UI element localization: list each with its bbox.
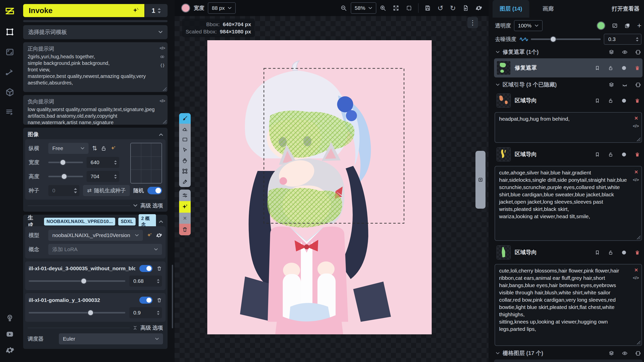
inpaint-mask-layer-row[interactable]: 修复遮罩 xyxy=(494,58,642,77)
frame-icon[interactable] xyxy=(635,350,641,356)
denoise-slider[interactable] xyxy=(531,36,601,42)
model-sparkle-icon[interactable] xyxy=(146,232,152,238)
resize-handle[interactable] xyxy=(163,87,167,91)
save-icon[interactable] xyxy=(424,5,431,11)
layers-icon[interactable] xyxy=(609,350,614,356)
lora-weight-slider[interactable] xyxy=(29,310,125,316)
fit-bbox-icon[interactable] xyxy=(406,5,412,11)
layer-color-dot[interactable] xyxy=(621,98,627,103)
trash-icon[interactable] xyxy=(635,250,640,255)
delete-prompt-icon[interactable]: × xyxy=(634,266,638,274)
regional-prompt-input[interactable]: cute,loli,cherry blossoms,hair flower,pi… xyxy=(499,267,628,333)
frame-icon[interactable] xyxy=(635,49,641,55)
move-tool[interactable] xyxy=(179,145,191,155)
raster-layers-section-header[interactable]: 栅格图层 (17 个) xyxy=(493,349,644,357)
delete-prompt-icon[interactable]: × xyxy=(634,115,638,122)
lock-icon[interactable] xyxy=(608,65,613,71)
swap-dimensions-icon[interactable]: ⇅ xyxy=(92,145,97,152)
image-section-header[interactable]: 图像 xyxy=(25,130,166,139)
randomize-seed-button[interactable]: ⇄ 随机生成种子 xyxy=(83,185,130,196)
regional-layer-row[interactable]: 区域导向 xyxy=(494,145,642,164)
lora-weight-input[interactable]: 0.68 xyxy=(129,276,162,287)
bookmark-icon[interactable] xyxy=(595,65,600,71)
panel-scrollbar[interactable] xyxy=(172,265,173,328)
tab-gallery[interactable]: 画廊 xyxy=(529,0,567,18)
trash-icon[interactable] xyxy=(635,98,640,103)
invoke-button[interactable]: Invoke xyxy=(23,4,144,17)
inpaint-mask-section-header[interactable]: 修复遮罩 (1个) xyxy=(493,48,644,56)
filter-settings-tool[interactable] xyxy=(179,190,191,201)
color-picker-tool[interactable] xyxy=(179,176,191,187)
aspect-select[interactable]: Free xyxy=(48,143,89,154)
video-tutorials-icon[interactable] xyxy=(6,330,14,338)
optimize-size-sparkle-icon[interactable] xyxy=(110,145,116,151)
lora-weight-input[interactable]: 0.9 xyxy=(129,307,162,318)
rectangle-tool[interactable] xyxy=(179,134,191,145)
settings-gear-icon[interactable] xyxy=(6,346,14,354)
lora-enabled-toggle[interactable] xyxy=(139,265,152,272)
brush-width-select[interactable]: 88 px xyxy=(208,2,236,14)
regional-prompt-input[interactable]: cute,ahoge,silver hair,blue hair,gradien… xyxy=(499,169,628,220)
prompt-template-selector[interactable]: 选择提示词模板 xyxy=(23,25,168,39)
canvas-menu-button[interactable]: ⋮ xyxy=(467,17,478,28)
seed-input[interactable]: 0 xyxy=(48,185,79,196)
redo-icon[interactable]: ↻ xyxy=(450,4,456,12)
resize-handle[interactable] xyxy=(636,137,640,141)
eye-closed-icon[interactable] xyxy=(622,82,628,88)
lora-weight-slider[interactable] xyxy=(29,278,125,284)
delete-layer-tool[interactable] xyxy=(179,224,191,235)
tab-layers[interactable]: 图层 (14) xyxy=(493,0,529,18)
width-input[interactable]: 640 xyxy=(87,157,119,168)
mask-color-swatch[interactable] xyxy=(597,21,605,30)
model-settings-gear-icon[interactable] xyxy=(156,232,162,238)
fit-to-view-icon[interactable] xyxy=(393,5,399,11)
frame-icon[interactable] xyxy=(635,82,641,88)
duplicate-layer-icon[interactable] xyxy=(624,23,630,29)
count-steppers[interactable] xyxy=(158,8,161,13)
lock-aspect-icon[interactable] xyxy=(101,145,107,151)
trash-icon[interactable] xyxy=(156,266,162,271)
generation-advanced-row[interactable]: 高级 选项 xyxy=(25,322,166,332)
lora-enabled-toggle[interactable] xyxy=(139,297,152,304)
trash-icon[interactable] xyxy=(635,152,640,157)
bbox-tool[interactable] xyxy=(179,166,191,176)
sidebar-item-models[interactable] xyxy=(5,87,15,97)
eye-icon[interactable] xyxy=(622,350,628,356)
positive-prompt-input[interactable]: 2girls,yuri,hug,heads together, simple b… xyxy=(28,53,156,86)
image-advanced-row[interactable]: 高级 选项 xyxy=(25,200,166,210)
negative-prompt-input[interactable]: low quality,worst quality,normal quality… xyxy=(28,106,156,126)
sidebar-item-queue[interactable] xyxy=(5,108,15,117)
lock-icon[interactable] xyxy=(608,98,613,103)
zoom-level-select[interactable]: 58% xyxy=(351,2,376,14)
sidebar-item-gallery[interactable] xyxy=(5,47,15,57)
delete-prompt-icon[interactable]: × xyxy=(634,168,638,175)
opacity-select[interactable]: 100% xyxy=(514,20,543,31)
trash-icon[interactable] xyxy=(635,65,640,71)
auto-mask-sparkle-tool[interactable] xyxy=(179,201,191,213)
scheduler-select[interactable]: Euler xyxy=(59,333,163,344)
layer-color-dot[interactable] xyxy=(621,65,627,71)
lock-icon[interactable] xyxy=(608,250,613,255)
bookmark-icon[interactable] xyxy=(595,98,600,103)
add-lora-select[interactable]: 添加 LoRA xyxy=(48,244,162,255)
embedding-code-icon[interactable]: </> xyxy=(633,276,639,281)
bookmark-icon[interactable] xyxy=(595,250,600,255)
model-select[interactable]: noobaiXLNAIXL_vPred10Version xyxy=(48,230,143,241)
embedding-code-icon[interactable]: </> xyxy=(159,99,165,104)
canvas-image[interactable] xyxy=(207,40,432,334)
sidebar-item-workflows[interactable] xyxy=(5,67,15,77)
sidebar-item-canvas[interactable] xyxy=(5,27,15,37)
random-seed-toggle[interactable] xyxy=(147,187,162,194)
regional-layer-row[interactable]: 区域导向 xyxy=(494,91,642,110)
embedding-code-icon[interactable]: </> xyxy=(633,177,639,183)
add-layer-icon[interactable]: + xyxy=(637,21,641,30)
generation-section-header[interactable]: 生成 NOOBAIXLNAIXL_VPRED10... SDXL 2 概念 xyxy=(25,217,166,226)
brush-color-swatch[interactable] xyxy=(181,4,190,13)
queue-count-stepper[interactable]: 1 xyxy=(145,4,168,17)
height-input[interactable]: 704 xyxy=(87,171,119,182)
undo-icon[interactable]: ↺ xyxy=(437,4,443,12)
open-viewer-link[interactable]: 打开查看器 xyxy=(612,0,644,18)
embedding-code-icon[interactable]: </> xyxy=(159,46,165,51)
canvas-settings-gear-icon[interactable] xyxy=(475,5,482,11)
zoom-out-icon[interactable] xyxy=(340,5,347,11)
